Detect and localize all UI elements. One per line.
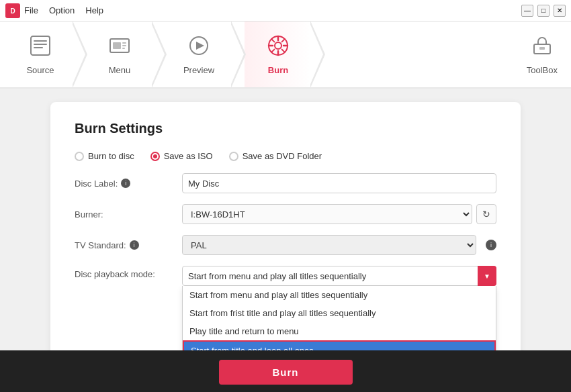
source-icon — [28, 34, 52, 62]
preview-label: Preview — [183, 65, 214, 75]
disc-playback-control: ▼ Start from menu and play all titles se… — [182, 266, 496, 286]
radio-save-iso-circle — [150, 152, 160, 161]
svg-rect-3 — [34, 40, 47, 42]
nav-arrow-2 — [152, 21, 167, 88]
nav-arrow-4 — [310, 21, 325, 88]
burner-row: Burner: I:BW-16D1HT ↻ — [75, 204, 496, 224]
svg-rect-4 — [34, 44, 47, 45]
disc-label-control — [182, 173, 496, 193]
menu-label: Menu — [109, 65, 131, 75]
svg-line-20 — [282, 50, 285, 52]
nav-arrow-3 — [231, 21, 246, 88]
nav-items: Source Menu — [7, 21, 324, 87]
tv-standard-select-row: PAL NTSC i — [182, 235, 496, 255]
burner-select-group: I:BW-16D1HT ↻ — [182, 204, 496, 224]
menu-help[interactable]: Help — [85, 5, 103, 15]
burn-settings-panel: Burn Settings Burn to disc Save as ISO S… — [50, 102, 521, 350]
dropdown-option-4[interactable]: Start from title and loop all ones — [183, 340, 496, 350]
menu-file[interactable]: File — [24, 5, 38, 15]
radio-save-iso[interactable]: Save as ISO — [150, 151, 213, 161]
nav-item-preview[interactable]: Preview — [165, 21, 232, 87]
radio-burn-disc-label: Burn to disc — [88, 151, 134, 161]
nav-item-menu[interactable]: Menu — [86, 21, 153, 87]
maximize-button[interactable]: □ — [537, 5, 550, 17]
preview-icon — [187, 34, 211, 62]
disc-label-row: Disc Label: i — [75, 173, 496, 193]
disc-label-label: Disc Label: i — [75, 179, 182, 189]
svg-line-21 — [282, 39, 285, 42]
nav-item-burn[interactable]: Burn — [245, 21, 312, 87]
radio-save-dvd-circle — [229, 152, 238, 161]
tv-standard-control: PAL NTSC i — [182, 235, 496, 255]
svg-rect-10 — [122, 48, 125, 49]
tv-standard-info-icon[interactable]: i — [130, 240, 139, 250]
burn-label: Burn — [268, 65, 288, 75]
svg-text:D: D — [10, 7, 15, 15]
disc-label-info-icon[interactable]: i — [121, 179, 130, 188]
disc-playback-label: Disc playback mode: — [75, 266, 182, 279]
radio-save-dvd[interactable]: Save as DVD Folder — [229, 151, 322, 161]
svg-rect-2 — [31, 36, 50, 55]
radio-burn-disc[interactable]: Burn to disc — [75, 151, 134, 161]
radio-burn-disc-circle — [75, 152, 84, 161]
menu-bar: File Option Help — [24, 5, 103, 15]
svg-rect-9 — [122, 45, 126, 46]
svg-marker-12 — [196, 42, 204, 50]
nav-bar: Source Menu — [0, 21, 571, 89]
disc-playback-dropdown-list: Start from menu and play all titles sequ… — [182, 286, 496, 350]
nav-toolbox[interactable]: ToolBox — [527, 34, 558, 75]
window-controls: — □ ✕ — [521, 5, 566, 17]
dropdown-option-2[interactable]: Start from frist title and play all titl… — [183, 304, 496, 322]
disc-playback-selected[interactable] — [182, 266, 496, 286]
tv-standard-right-info-icon[interactable]: i — [486, 240, 496, 250]
toolbox-label: ToolBox — [527, 65, 558, 75]
radio-save-dvd-label: Save as DVD Folder — [243, 151, 322, 161]
tv-standard-label: TV Standard: i — [75, 240, 182, 250]
tv-standard-row: TV Standard: i PAL NTSC i — [75, 235, 496, 255]
action-bar: Burn — [0, 350, 571, 392]
svg-rect-5 — [34, 47, 43, 48]
radio-options-row: Burn to disc Save as ISO Save as DVD Fol… — [75, 151, 496, 161]
burner-label: Burner: — [75, 209, 182, 219]
dropdown-option-3[interactable]: Play title and return to menu — [183, 322, 496, 340]
svg-point-14 — [275, 42, 281, 49]
toolbox-icon — [530, 34, 554, 62]
disc-playback-dropdown-arrow[interactable]: ▼ — [478, 266, 496, 286]
refresh-button[interactable]: ↻ — [476, 204, 496, 224]
panel-title: Burn Settings — [75, 121, 496, 136]
main-content: Burn Settings Burn to disc Save as ISO S… — [0, 89, 571, 350]
app-logo: D — [5, 3, 20, 18]
dropdown-option-1[interactable]: Start from menu and play all titles sequ… — [183, 286, 496, 304]
radio-save-iso-label: Save as ISO — [164, 151, 213, 161]
title-bar: D File Option Help — □ ✕ — [0, 0, 571, 21]
tv-standard-select[interactable]: PAL NTSC — [182, 235, 476, 255]
disc-label-input[interactable] — [182, 173, 496, 193]
burner-control: I:BW-16D1HT ↻ — [182, 204, 496, 224]
menu-icon — [107, 34, 132, 62]
burn-button[interactable]: Burn — [219, 360, 353, 385]
close-button[interactable]: ✕ — [554, 5, 566, 17]
svg-rect-8 — [122, 42, 126, 44]
burner-select[interactable]: I:BW-16D1HT — [182, 204, 472, 224]
menu-option[interactable]: Option — [49, 5, 75, 15]
nav-arrow-1 — [73, 21, 87, 88]
disc-playback-row: Disc playback mode: ▼ Start from menu an… — [75, 266, 496, 286]
svg-rect-24 — [539, 47, 545, 50]
svg-line-22 — [271, 50, 274, 52]
source-label: Source — [26, 65, 54, 75]
nav-item-source[interactable]: Source — [7, 21, 74, 87]
svg-line-19 — [271, 39, 274, 42]
burn-icon — [266, 34, 290, 62]
minimize-button[interactable]: — — [521, 5, 533, 17]
svg-rect-7 — [113, 42, 121, 49]
